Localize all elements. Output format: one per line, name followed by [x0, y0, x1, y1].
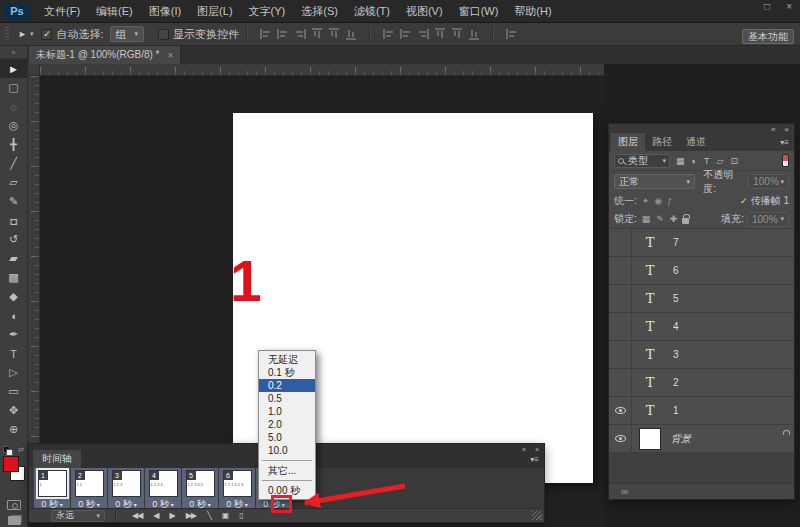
crop-tool[interactable]: ╋: [0, 135, 27, 154]
tools-collapse-icon[interactable]: »: [0, 46, 27, 59]
fill-dropdown[interactable]: 100% ▾: [747, 212, 789, 227]
align-top-icon[interactable]: [312, 28, 322, 40]
menubar-item[interactable]: 编辑(E): [88, 0, 141, 22]
first-frame-button[interactable]: ◀◀: [132, 511, 142, 520]
filter-kind-icon[interactable]: ▦: [676, 156, 685, 166]
menubar-item[interactable]: 视图(V): [398, 0, 451, 22]
delay-menu-item[interactable]: 0.2: [259, 379, 315, 392]
next-frame-button[interactable]: ▶▶: [186, 511, 196, 520]
delay-menu-item[interactable]: 0.1 秒: [259, 366, 315, 379]
animation-frame[interactable]: 1 1 0 秒 ▾: [34, 468, 70, 511]
default-colors-icon[interactable]: [3, 446, 10, 453]
layer-row[interactable]: T 4: [609, 313, 794, 341]
layer-row[interactable]: T 3: [609, 341, 794, 369]
document-tab[interactable]: 未标题-1 @ 100%(RGB/8) * ×: [29, 46, 181, 64]
layer-thumbnail[interactable]: T: [637, 235, 663, 250]
delay-menu-item[interactable]: 10.0: [259, 444, 315, 457]
visibility-toggle[interactable]: [609, 285, 632, 312]
distribute-bottom-icon[interactable]: [417, 29, 429, 39]
marquee-tool[interactable]: ▢: [0, 78, 27, 97]
horizontal-ruler[interactable]: [40, 64, 604, 76]
align-center-v-icon[interactable]: [329, 28, 339, 40]
frame-thumbnail[interactable]: 4 1 2 3 4: [149, 470, 178, 497]
panel-tab[interactable]: 通道: [679, 133, 713, 151]
auto-align-icon[interactable]: [506, 29, 522, 39]
move-tool[interactable]: ►: [0, 59, 27, 78]
animation-frame[interactable]: 3 1 2 3 0 秒 ▾: [108, 468, 144, 511]
vertical-ruler[interactable]: [28, 76, 40, 443]
layer-row[interactable]: T 2: [609, 369, 794, 397]
propagate-frame-checkbox[interactable]: ✓ 传播帧 1: [740, 194, 789, 208]
distribute-middle-icon[interactable]: [452, 28, 462, 40]
brush-tool[interactable]: ✎: [0, 192, 27, 211]
filter-kind-icon[interactable]: ⊡: [730, 156, 738, 166]
lock-option-icon[interactable]: ✎: [656, 214, 664, 224]
delay-menu-item[interactable]: 1.0: [259, 405, 315, 418]
eraser-tool[interactable]: ▰: [0, 249, 27, 268]
layer-row[interactable]: 背景: [609, 425, 794, 453]
menubar-item[interactable]: 文字(Y): [241, 0, 294, 22]
distribute-center-icon[interactable]: [400, 29, 412, 39]
show-transform-checkbox[interactable]: [158, 29, 169, 40]
align-left-icon[interactable]: [260, 29, 272, 39]
visibility-toggle[interactable]: [609, 313, 632, 340]
maximize-button[interactable]: □: [764, 1, 770, 12]
clone-stamp-tool[interactable]: ◘: [0, 211, 27, 230]
unify-icon[interactable]: ✦: [642, 196, 650, 206]
align-center-h-icon[interactable]: [277, 29, 289, 39]
visibility-toggle[interactable]: [609, 229, 632, 256]
align-bottom-icon[interactable]: [346, 28, 356, 40]
shape-tool[interactable]: ▭: [0, 382, 27, 401]
close-button[interactable]: ×: [786, 1, 792, 12]
menubar-item[interactable]: 帮助(H): [506, 0, 559, 22]
visibility-toggle[interactable]: [609, 341, 632, 368]
quick-selection-tool[interactable]: ◎: [0, 116, 27, 135]
unify-icon[interactable]: ◉: [654, 196, 662, 206]
animation-frame[interactable]: 2 1 2 0 秒 ▾: [71, 468, 107, 511]
delete-frame-button[interactable]: ▯: [239, 511, 242, 520]
panel-menu-icon[interactable]: ▾≡: [780, 138, 789, 147]
collapse-panel-icon[interactable]: «: [771, 125, 775, 134]
duplicate-frame-button[interactable]: ▣: [222, 511, 229, 520]
delay-menu-item[interactable]: 无延迟: [259, 353, 315, 366]
swap-colors-icon[interactable]: ⇄: [18, 446, 24, 454]
unify-icon[interactable]: ƒ: [667, 196, 672, 206]
workspace-switcher-button[interactable]: 基本功能: [742, 29, 794, 44]
align-right-icon[interactable]: [294, 29, 306, 39]
screen-mode-button[interactable]: [8, 516, 21, 525]
delay-menu-item[interactable]: 0.5: [259, 392, 315, 405]
auto-select-checkbox[interactable]: ✓: [41, 29, 52, 40]
visibility-toggle[interactable]: [609, 425, 632, 452]
lock-option-icon[interactable]: ✚: [670, 214, 678, 224]
visibility-toggle[interactable]: [609, 397, 632, 424]
frame-thumbnail[interactable]: 5 1 2 3 4 5: [186, 470, 215, 497]
path-selection-tool[interactable]: ▷: [0, 363, 27, 382]
filter-kind-icon[interactable]: ▱: [716, 156, 723, 166]
link-layers-icon[interactable]: ∞: [621, 485, 628, 499]
lock-option-icon[interactable]: ▦: [642, 214, 651, 224]
auto-select-dropdown[interactable]: 组▾: [110, 26, 145, 42]
distribute-top-icon[interactable]: [383, 29, 395, 39]
blur-tool[interactable]: ◆: [0, 287, 27, 306]
previous-frame-button[interactable]: ◀: [153, 511, 158, 520]
frame-thumbnail[interactable]: 6 1 2 3 4 5 6: [223, 470, 252, 497]
filter-kind-icon[interactable]: ◐: [692, 156, 697, 166]
delay-menu-item[interactable]: 2.0: [259, 418, 315, 431]
lock-all-icon[interactable]: [682, 218, 689, 224]
history-brush-tool[interactable]: ↺: [0, 230, 27, 249]
hand-tool[interactable]: ✥: [0, 401, 27, 420]
animation-frame[interactable]: 4 1 2 3 4 0 秒 ▾: [145, 468, 181, 511]
tween-button[interactable]: ╲: [207, 511, 211, 520]
frame-thumbnail[interactable]: 2 1 2: [75, 470, 104, 497]
animation-frame[interactable]: 5 1 2 3 4 5 0 秒 ▾: [182, 468, 218, 511]
distribute-left-icon[interactable]: [435, 28, 445, 40]
layer-row[interactable]: T 7: [609, 229, 794, 257]
gradient-tool[interactable]: ▩: [0, 268, 27, 287]
lasso-tool[interactable]: ◌: [0, 97, 27, 116]
ruler-origin-box[interactable]: [28, 64, 40, 76]
foreground-color-swatch[interactable]: [3, 456, 19, 472]
frame-thumbnail[interactable]: 1 1: [38, 470, 67, 497]
menubar-item[interactable]: 选择(S): [293, 0, 346, 22]
quick-mask-button[interactable]: [7, 500, 21, 510]
dodge-tool[interactable]: ◖: [0, 306, 27, 325]
